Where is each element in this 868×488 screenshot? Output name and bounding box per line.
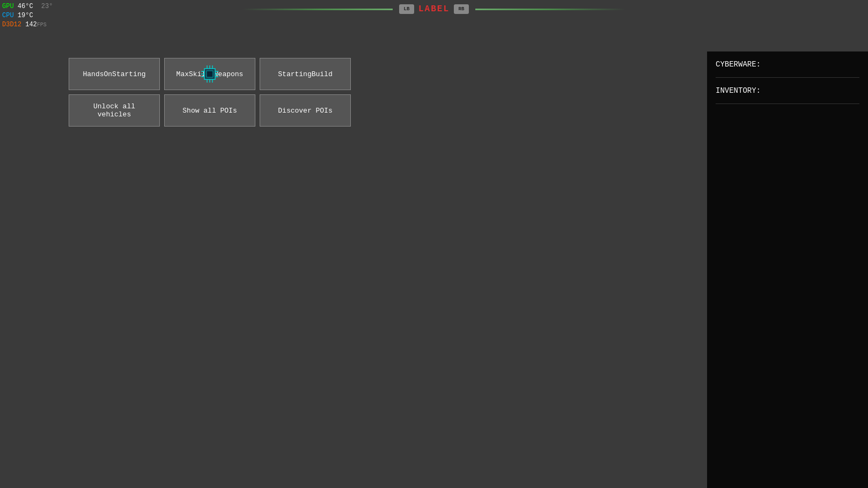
starting-build-button[interactable]: StartingBuild [260,58,351,90]
show-all-pois-button[interactable]: Show all POIs [164,94,255,127]
hands-on-starting-button[interactable]: HandsOnStarting [69,58,160,90]
hud-bar-right [475,9,626,10]
hud-center-bar: LB LABEL RB [242,4,626,14]
stats-display: GPU 46°C 23° CPU 19°C D3D12 142FPS [2,2,53,29]
panel-divider-1 [716,77,859,78]
panel-divider-2 [716,103,859,104]
hud-label-text: LABEL [418,4,450,14]
buttons-area: HandsOnStarting MaxSkillsWeapons Startin… [69,58,351,127]
right-panel: CYBERWARE: INVENTORY: [707,51,868,488]
gpu-label: GPU [2,3,14,10]
extra-temp: 23 [41,3,49,10]
cpu-label: CPU [2,12,14,19]
discover-pois-button[interactable]: Discover POIs [260,94,351,127]
hud-overlay: GPU 46°C 23° CPU 19°C D3D12 142FPS LB LA… [0,0,868,24]
cpu-value: 19°C [18,12,33,19]
unlock-all-vehicles-button[interactable]: Unlock all vehicles [69,94,160,127]
fps-value: 142 [25,21,37,28]
d3d-label: D3D12 [2,21,21,28]
gpu-value: 46°C [18,3,33,10]
lb-button-icon: LB [399,4,414,14]
cyberware-title: CYBERWARE: [716,60,859,69]
max-skills-label: MaxSkillsWeapons [176,70,244,78]
rb-button-icon: RB [454,4,469,14]
hud-bar-left [242,9,393,10]
hud-label-container: LB LABEL RB [399,4,469,14]
max-skills-weapons-button[interactable]: MaxSkillsWeapons [164,58,255,90]
inventory-title: INVENTORY: [716,86,859,95]
